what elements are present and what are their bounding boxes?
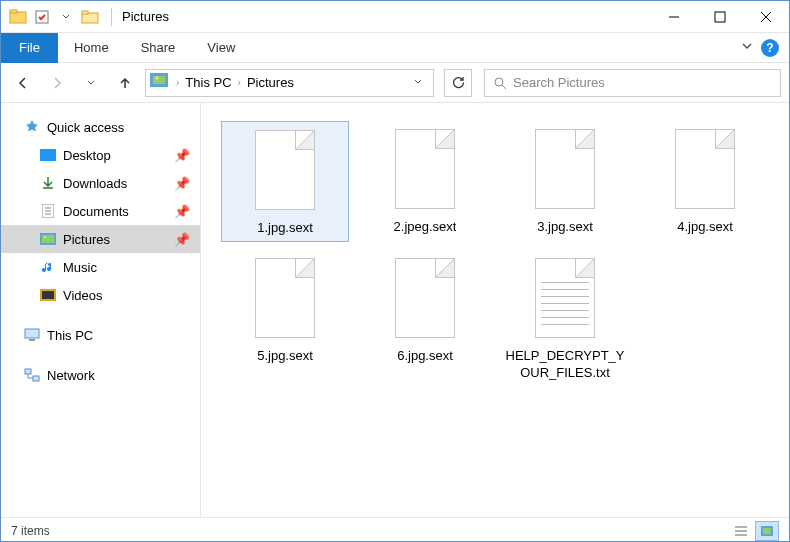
search-input[interactable]: Search Pictures — [484, 69, 781, 97]
blank-file-icon — [389, 254, 461, 342]
qat-dropdown-icon[interactable] — [55, 6, 77, 28]
file-name: 1.jpg.sext — [257, 220, 313, 237]
close-button[interactable] — [743, 2, 789, 32]
svg-rect-30 — [763, 528, 771, 534]
location-icon — [150, 73, 170, 93]
svg-rect-18 — [42, 235, 54, 243]
star-icon — [23, 118, 41, 136]
svg-rect-1 — [10, 10, 17, 13]
text-file-icon — [529, 254, 601, 342]
view-toggle — [729, 521, 779, 541]
status-bar: 7 items — [1, 517, 789, 542]
svg-rect-24 — [25, 369, 31, 374]
folder-icon[interactable] — [79, 6, 101, 28]
sidebar-item-desktop[interactable]: Desktop 📌 — [1, 141, 200, 169]
file-item[interactable]: 3.jpg.sext — [501, 121, 629, 242]
sidebar-item-label: Videos — [63, 288, 103, 303]
forward-button[interactable] — [43, 69, 71, 97]
downloads-icon — [39, 174, 57, 192]
sidebar-item-label: Network — [47, 368, 95, 383]
maximize-button[interactable] — [697, 2, 743, 32]
pin-icon: 📌 — [174, 232, 190, 247]
sidebar-item-label: This PC — [47, 328, 93, 343]
file-item[interactable]: 1.jpg.sext — [221, 121, 349, 242]
chevron-right-icon[interactable]: › — [174, 77, 181, 88]
music-icon — [39, 258, 57, 276]
tab-view[interactable]: View — [191, 33, 251, 63]
status-item-count: 7 items — [11, 524, 50, 538]
svg-rect-22 — [25, 329, 39, 338]
tab-home[interactable]: Home — [58, 33, 125, 63]
file-item[interactable]: 2.jpeg.sext — [361, 121, 489, 242]
sidebar-item-label: Quick access — [47, 120, 124, 135]
properties-icon[interactable] — [31, 6, 53, 28]
icons-view-button[interactable] — [755, 521, 779, 541]
search-icon — [493, 76, 507, 90]
svg-rect-25 — [33, 376, 39, 381]
chevron-right-icon[interactable]: › — [236, 77, 243, 88]
blank-file-icon — [389, 125, 461, 213]
file-pane[interactable]: 1.jpg.sext2.jpeg.sext3.jpg.sext4.jpg.sex… — [201, 103, 789, 517]
svg-rect-21 — [42, 291, 54, 299]
back-button[interactable] — [9, 69, 37, 97]
svg-rect-0 — [10, 12, 26, 23]
file-item[interactable]: 6.jpg.sext — [361, 250, 489, 386]
app-icon[interactable] — [7, 6, 29, 28]
file-name: 6.jpg.sext — [397, 348, 453, 365]
sidebar-item-label: Downloads — [63, 176, 127, 191]
window-controls — [651, 2, 789, 32]
desktop-icon — [39, 146, 57, 164]
window-title: Pictures — [116, 9, 169, 24]
sidebar: Quick access Desktop 📌 Downloads 📌 Docum… — [1, 103, 201, 517]
sidebar-item-pictures[interactable]: Pictures 📌 — [1, 225, 200, 253]
breadcrumb-dropdown-icon[interactable] — [407, 75, 429, 90]
sidebar-this-pc[interactable]: This PC — [1, 321, 200, 349]
blank-file-icon — [249, 254, 321, 342]
file-name: 4.jpg.sext — [677, 219, 733, 236]
sidebar-quick-access[interactable]: Quick access — [1, 113, 200, 141]
file-item[interactable]: HELP_DECRYPT_YOUR_FILES.txt — [501, 250, 629, 386]
svg-rect-8 — [153, 76, 165, 84]
refresh-button[interactable] — [444, 69, 472, 97]
recent-dropdown-icon[interactable] — [77, 69, 105, 97]
pc-icon — [23, 326, 41, 344]
navigation-bar: › This PC › Pictures Search Pictures — [1, 63, 789, 103]
file-tab[interactable]: File — [1, 33, 58, 63]
sidebar-item-label: Documents — [63, 204, 129, 219]
pictures-icon — [39, 230, 57, 248]
titlebar: Pictures — [1, 1, 789, 33]
up-button[interactable] — [111, 69, 139, 97]
sidebar-item-label: Music — [63, 260, 97, 275]
pin-icon: 📌 — [174, 148, 190, 163]
svg-line-11 — [502, 85, 506, 89]
svg-point-19 — [44, 236, 46, 238]
ribbon: File Home Share View ? — [1, 33, 789, 63]
svg-point-10 — [495, 78, 503, 86]
sidebar-item-music[interactable]: Music — [1, 253, 200, 281]
breadcrumb[interactable]: › This PC › Pictures — [145, 69, 434, 97]
tab-share[interactable]: Share — [125, 33, 192, 63]
quick-access-toolbar — [1, 6, 107, 28]
blank-file-icon — [669, 125, 741, 213]
sidebar-item-label: Pictures — [63, 232, 110, 247]
blank-file-icon — [529, 125, 601, 213]
breadcrumb-item[interactable]: Pictures — [243, 75, 298, 90]
breadcrumb-item[interactable]: This PC — [181, 75, 235, 90]
ribbon-collapse-icon[interactable] — [741, 40, 753, 55]
details-view-button[interactable] — [729, 521, 753, 541]
minimize-button[interactable] — [651, 2, 697, 32]
network-icon — [23, 366, 41, 384]
sidebar-item-videos[interactable]: Videos — [1, 281, 200, 309]
sidebar-network[interactable]: Network — [1, 361, 200, 389]
sidebar-item-downloads[interactable]: Downloads 📌 — [1, 169, 200, 197]
svg-rect-23 — [29, 339, 35, 341]
file-item[interactable]: 4.jpg.sext — [641, 121, 769, 242]
svg-rect-12 — [40, 149, 56, 161]
file-item[interactable]: 5.jpg.sext — [221, 250, 349, 386]
file-name: 2.jpeg.sext — [394, 219, 457, 236]
titlebar-separator — [111, 8, 112, 26]
help-button[interactable]: ? — [761, 39, 779, 57]
sidebar-item-documents[interactable]: Documents 📌 — [1, 197, 200, 225]
svg-point-9 — [156, 76, 159, 79]
content-area: Quick access Desktop 📌 Downloads 📌 Docum… — [1, 103, 789, 517]
